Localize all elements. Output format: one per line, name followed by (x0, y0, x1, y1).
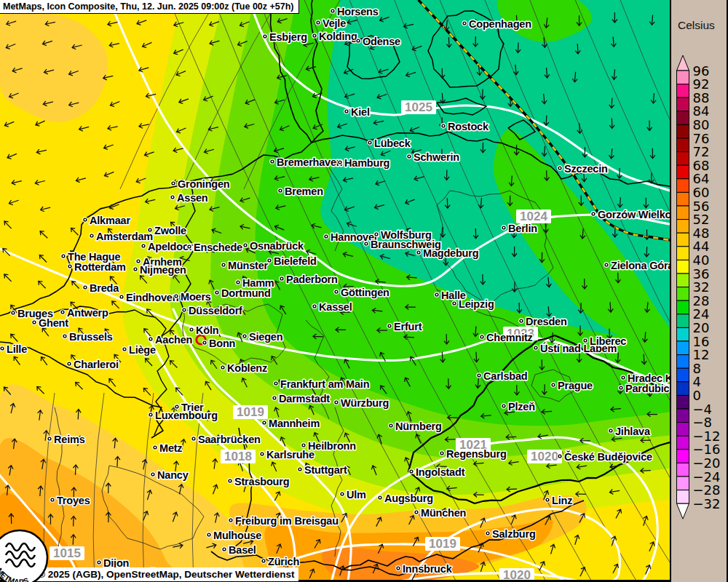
city-label[interactable]: Amsterdam (89, 231, 153, 242)
scale-color-box (677, 368, 689, 382)
scale-color-box (677, 477, 689, 490)
city-label[interactable]: Carlsbad (476, 370, 527, 382)
city-label[interactable]: Rotterdam (67, 261, 126, 273)
city-label[interactable]: Groningen (170, 178, 229, 190)
svg-text:Bielefeld: Bielefeld (274, 255, 317, 267)
city-label[interactable]: Göttingen (333, 287, 389, 298)
svg-text:Liège: Liège (129, 344, 156, 356)
svg-text:Carlsbad: Carlsbad (483, 370, 527, 382)
city-label[interactable]: Antwerp (60, 307, 108, 319)
city-label[interactable]: Bremerhaven (269, 156, 342, 168)
scale-color-box (677, 300, 689, 314)
svg-text:Plzeň: Plzeň (508, 401, 535, 412)
city-label[interactable]: Koblenz (220, 362, 267, 374)
svg-text:Frankfurt am Main: Frankfurt am Main (280, 378, 369, 390)
city-label[interactable]: Chemnitz (479, 332, 532, 343)
scale-color-box (677, 436, 689, 450)
city-label[interactable]: Dresden (518, 316, 566, 327)
city-label[interactable]: Hamburg (337, 157, 389, 169)
city-label[interactable]: Kolding (312, 31, 357, 42)
svg-text:Lübeck: Lübeck (374, 137, 411, 149)
scale-color-box (677, 382, 689, 396)
city-label[interactable]: Düsseldorf (181, 305, 242, 316)
city-label[interactable]: Rostock (440, 121, 489, 132)
city-label[interactable]: Luxembourg (148, 410, 218, 421)
city-label[interactable]: Brussels (62, 331, 113, 343)
city-label[interactable]: Copenhagen (462, 18, 531, 30)
scale-panel: Celsius 96928884807672686460565248444036… (670, 0, 728, 582)
city-label[interactable]: Charleroi (66, 359, 119, 370)
city-label[interactable]: Bremen (277, 186, 323, 197)
city-label[interactable]: Eindhoven (119, 292, 178, 303)
city-label[interactable]: Würzburg (333, 397, 389, 409)
svg-text:Luxembourg: Luxembourg (155, 410, 218, 421)
svg-text:Magdeburg: Magdeburg (423, 247, 478, 259)
city-label[interactable]: Liberec (582, 335, 626, 347)
city-label[interactable]: Osnabrück (242, 240, 304, 252)
city-label[interactable]: Freiburg im Breisgau (228, 515, 339, 527)
svg-text:Hamburg: Hamburg (344, 157, 389, 169)
city-label[interactable]: Mulhouse (206, 530, 261, 541)
city-label[interactable]: Karlsruhe (259, 449, 314, 461)
city-label[interactable]: Szczecin (557, 163, 607, 175)
svg-text:Dortmund: Dortmund (221, 287, 271, 299)
city-label[interactable]: Darmstadt (272, 393, 330, 404)
scale-color-box (677, 97, 689, 111)
city-label[interactable]: Lübeck (367, 137, 411, 149)
svg-text:Reims: Reims (54, 434, 85, 445)
city-label[interactable]: Mannheim (261, 418, 320, 429)
svg-text:Dresden: Dresden (526, 316, 567, 327)
svg-text:Enschede: Enschede (194, 242, 242, 253)
city-label[interactable]: Enschede (186, 242, 242, 253)
svg-text:1025: 1025 (405, 100, 432, 114)
svg-text:Amsterdam: Amsterdam (96, 231, 153, 242)
city-label[interactable]: Odense (355, 36, 400, 47)
title-bar: MetMaps, Icon Composite, Thu, 12. Jun. 2… (0, 0, 299, 14)
svg-text:Breda: Breda (90, 282, 119, 294)
city-label[interactable]: Saarbrücken (191, 434, 260, 445)
city-label[interactable]: Horsens (330, 6, 379, 17)
svg-text:Nürnberg: Nürnberg (395, 420, 442, 432)
city-label[interactable]: Paderborn (279, 274, 338, 285)
svg-text:Koblenz: Koblenz (227, 362, 267, 374)
weather-map-canvas[interactable]: 1025102410231019101810211020101510191020… (0, 0, 670, 582)
city-label[interactable]: Ingolstadt (408, 466, 464, 478)
scale-color-box (677, 260, 689, 274)
svg-text:Ghent: Ghent (39, 317, 68, 329)
city-label[interactable]: České Budějovice (557, 450, 652, 463)
city-label[interactable]: Schwerin (406, 151, 459, 163)
city-label[interactable]: Stuttgart (297, 464, 347, 476)
city-label[interactable]: Innsbruck (395, 563, 452, 575)
scale-color-box (677, 192, 689, 206)
city-label[interactable]: Regensburg (439, 448, 506, 460)
city-label[interactable]: Strasbourg (227, 476, 289, 487)
city-label[interactable]: München (414, 507, 466, 519)
city-label[interactable]: Pardubice (618, 383, 670, 394)
svg-text:Bremerhaven: Bremerhaven (277, 156, 343, 168)
scale-color-box (677, 409, 689, 423)
copyright-bar: © 2025 (AGB), OpenStreetMap, Deutscher W… (34, 567, 298, 581)
city-label[interactable]: Heilbronn (301, 440, 356, 452)
city-label[interactable]: Salzburg (485, 528, 535, 540)
city-label[interactable]: Magdeburg (416, 247, 478, 259)
city-label[interactable]: Alkmaar (82, 215, 130, 226)
svg-text:Aachen: Aachen (155, 334, 192, 346)
city-label[interactable]: Zielona Góra (604, 260, 670, 271)
city-label[interactable]: Nijmegen (132, 264, 186, 276)
city-label[interactable]: Aachen (148, 334, 192, 346)
city-label[interactable]: Nürnberg (388, 420, 441, 432)
city-label[interactable]: Esbjerg (262, 31, 307, 43)
scale-color-box (677, 220, 689, 234)
svg-text:Darmstadt: Darmstadt (279, 393, 330, 404)
city-label[interactable]: Gorzów Wielkopolski (590, 209, 670, 220)
svg-text:Metz: Metz (159, 442, 182, 454)
city-label[interactable]: Münster (221, 260, 268, 271)
svg-text:Gorzów Wielkopolski: Gorzów Wielkopolski (598, 209, 670, 220)
scale-color-box (677, 490, 689, 504)
metmaps-logo[interactable]: METMAPS (0, 525, 52, 582)
city-label[interactable]: Augsburg (377, 493, 433, 504)
city-label[interactable]: Dortmund (214, 287, 270, 299)
city-label[interactable]: Frankfurt am Main (273, 378, 369, 390)
city-label[interactable]: Bielefeld (266, 255, 316, 267)
svg-text:Ingolstadt: Ingolstadt (416, 466, 465, 478)
